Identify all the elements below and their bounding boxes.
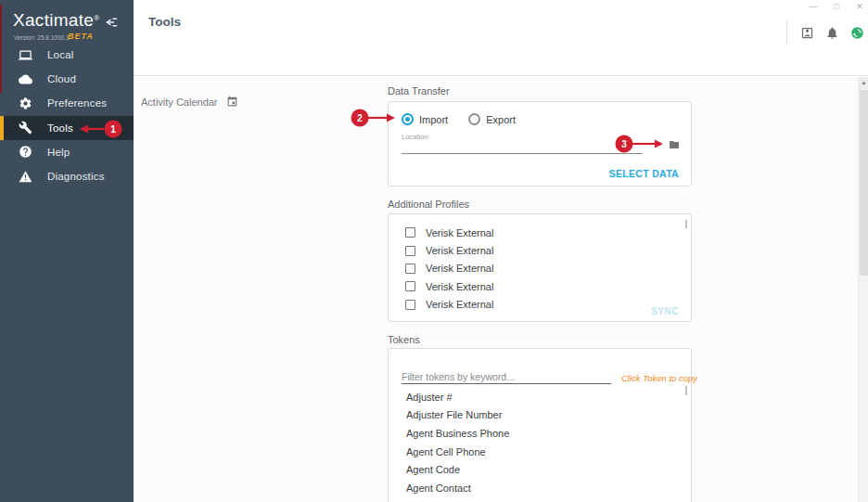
data-transfer-title: Data Transfer bbox=[388, 85, 450, 97]
radio-selected-icon bbox=[402, 113, 414, 125]
app-logo: Xactimate® bbox=[13, 10, 99, 31]
sidebar-item-label: Local bbox=[47, 49, 74, 60]
minimize-button[interactable]: — bbox=[807, 1, 820, 12]
select-data-button[interactable]: SELECT DATA bbox=[609, 168, 679, 179]
maximize-button[interactable]: □ bbox=[830, 1, 843, 12]
page-title: Tools bbox=[148, 15, 181, 29]
warning-icon bbox=[19, 170, 32, 184]
token-item[interactable]: Agent Contact bbox=[406, 479, 672, 497]
import-radio[interactable]: Import bbox=[402, 113, 448, 125]
profile-row[interactable]: Verisk External bbox=[405, 241, 672, 259]
radio-label: Export bbox=[486, 114, 516, 125]
sidebar: Xactimate® Version: 25.8.1000.1 BETA Loc… bbox=[0, 0, 134, 502]
beta-badge: BETA bbox=[68, 32, 94, 41]
close-button[interactable]: ✕ bbox=[853, 1, 866, 12]
sidebar-item-label: Tools bbox=[47, 122, 73, 134]
sidebar-item-preferences[interactable]: Preferences bbox=[0, 91, 134, 115]
gear-icon bbox=[19, 97, 32, 110]
sync-status-icon[interactable] bbox=[850, 26, 864, 40]
location-label: Location bbox=[402, 133, 428, 141]
token-item[interactable]: Adjuster File Number bbox=[406, 406, 672, 425]
sidebar-item-tools[interactable]: Tools bbox=[0, 116, 134, 140]
profile-row[interactable]: Verisk External bbox=[405, 260, 672, 277]
data-transfer-card: ImportExport Location SELECT DATA bbox=[388, 101, 692, 187]
scroll-up-icon[interactable]: ▲ bbox=[859, 77, 868, 89]
additional-profiles-card: Verisk ExternalVerisk ExternalVerisk Ext… bbox=[388, 213, 692, 322]
content-scrollbar[interactable]: ▲ bbox=[858, 77, 868, 502]
sidebar-item-local[interactable]: Local bbox=[0, 43, 134, 67]
checkbox-unchecked-icon[interactable] bbox=[405, 281, 415, 291]
registered-mark: ® bbox=[94, 14, 99, 22]
sidebar-item-label: Help bbox=[47, 147, 70, 158]
token-item[interactable]: Agent Fax Phone bbox=[406, 497, 672, 502]
sidebar-item-label: Diagnostics bbox=[47, 171, 105, 182]
collapse-sidebar-icon[interactable] bbox=[105, 16, 119, 29]
wrench-icon bbox=[19, 121, 32, 135]
sidebar-nav: LocalCloudPreferencesToolsHelpDiagnostic… bbox=[0, 43, 134, 188]
tokens-card: Click Token to copy Adjuster #Adjuster F… bbox=[388, 348, 692, 502]
sidebar-item-diagnostics[interactable]: Diagnostics bbox=[0, 164, 134, 188]
screen-edge-artifact bbox=[0, 5, 2, 93]
token-item[interactable]: Adjuster # bbox=[406, 388, 672, 406]
sidebar-item-help[interactable]: Help bbox=[0, 140, 134, 164]
token-item[interactable]: Agent Code bbox=[406, 460, 672, 479]
account-icon[interactable] bbox=[800, 26, 814, 40]
content-area: Activity Calendar Data Transfer ImportEx… bbox=[134, 77, 868, 502]
calendar-icon[interactable] bbox=[226, 96, 238, 108]
monitor-icon bbox=[19, 48, 32, 62]
topbar-icons bbox=[786, 20, 864, 45]
topbar: Tools — □ ✕ bbox=[134, 0, 868, 76]
profile-label: Verisk External bbox=[426, 299, 493, 310]
sidebar-item-cloud[interactable]: Cloud bbox=[0, 67, 134, 91]
additional-profiles-title: Additional Profiles bbox=[388, 199, 469, 210]
profile-row[interactable]: Verisk External bbox=[405, 277, 672, 295]
tokens-scrollbar[interactable] bbox=[685, 386, 687, 395]
cloud-icon bbox=[19, 72, 32, 86]
sidebar-item-label: Preferences bbox=[47, 97, 107, 109]
profile-label: Verisk External bbox=[426, 263, 493, 274]
sidebar-item-label: Cloud bbox=[47, 73, 76, 84]
app-logo-text: Xactimate bbox=[13, 10, 94, 30]
folder-browse-icon[interactable] bbox=[668, 137, 681, 148]
activity-calendar-row: Activity Calendar bbox=[141, 96, 238, 108]
profile-row[interactable]: Verisk External bbox=[405, 224, 672, 241]
profile-label: Verisk External bbox=[426, 281, 493, 292]
version-label: Version: 25.8.1000.1 bbox=[14, 34, 70, 41]
location-input[interactable] bbox=[402, 141, 643, 154]
token-list: Adjuster #Adjuster File NumberAgent Busi… bbox=[406, 388, 672, 502]
radio-unselected-icon bbox=[468, 113, 480, 125]
notifications-bell-icon[interactable] bbox=[825, 26, 839, 40]
window-controls: — □ ✕ bbox=[807, 1, 866, 12]
profile-row[interactable]: Verisk External bbox=[405, 296, 672, 314]
help-icon bbox=[19, 145, 32, 159]
token-item[interactable]: Agent Business Phone bbox=[406, 424, 672, 443]
sync-button[interactable]: SYNC bbox=[651, 306, 679, 316]
tokens-title: Tokens bbox=[388, 334, 420, 345]
checkbox-unchecked-icon[interactable] bbox=[405, 246, 415, 256]
profiles-scrollbar[interactable] bbox=[685, 220, 687, 228]
topbar-divider bbox=[786, 20, 787, 45]
transfer-mode-radios: ImportExport bbox=[402, 113, 516, 125]
xactimate-window: { "window": { "controls": { "minimize": … bbox=[0, 0, 868, 502]
activity-calendar-label: Activity Calendar bbox=[141, 97, 218, 108]
token-filter-input[interactable] bbox=[402, 369, 611, 384]
profile-label: Verisk External bbox=[426, 227, 493, 238]
radio-label: Import bbox=[419, 114, 448, 125]
token-item[interactable]: Agent Cell Phone bbox=[406, 443, 672, 461]
profile-label: Verisk External bbox=[426, 245, 493, 256]
export-radio[interactable]: Export bbox=[468, 113, 516, 125]
scrollbar-thumb[interactable] bbox=[860, 90, 868, 276]
checkbox-unchecked-icon[interactable] bbox=[405, 227, 415, 238]
profiles-list: Verisk ExternalVerisk ExternalVerisk Ext… bbox=[405, 224, 672, 314]
checkbox-unchecked-icon[interactable] bbox=[405, 300, 415, 310]
copy-hint-label: Click Token to copy bbox=[621, 373, 697, 383]
checkbox-unchecked-icon[interactable] bbox=[405, 264, 415, 274]
